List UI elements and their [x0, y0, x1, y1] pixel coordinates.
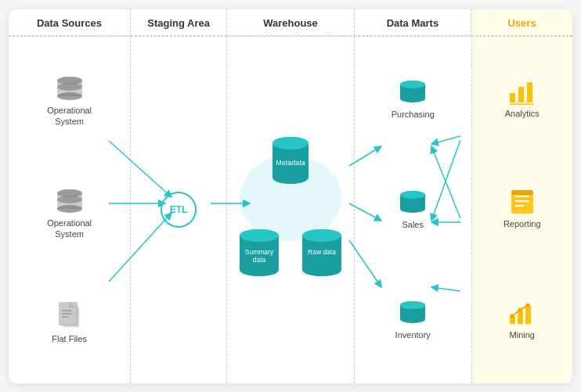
- reporting-label: Reporting: [503, 219, 541, 229]
- analytics-node: Analytics: [505, 79, 540, 119]
- svg-point-42: [302, 229, 341, 242]
- svg-point-33: [272, 171, 309, 184]
- rawdata-cylinder-wrapper: Raw data: [298, 226, 346, 282]
- svg-rect-55: [510, 93, 515, 102]
- svg-point-49: [400, 205, 425, 213]
- etl-label: ETL: [170, 204, 188, 215]
- svg-point-41: [302, 264, 341, 276]
- svg-point-16: [57, 92, 82, 100]
- data-sources-column: OperationalSystem OperationalSystem: [9, 37, 131, 383]
- col-header-users: Users: [471, 9, 572, 36]
- svg-point-18: [57, 83, 82, 91]
- col-header-data-sources: Data Sources: [9, 9, 131, 36]
- data-marts-column: Purchasing Sales: [355, 37, 472, 383]
- reporting-node: Reporting: [503, 188, 541, 229]
- sales-label: Sales: [402, 220, 424, 230]
- flat-files-label: Flat Files: [52, 334, 87, 344]
- op-system-2-label: OperationalSystem: [47, 218, 92, 239]
- sales-node: Sales: [396, 189, 429, 230]
- analytics-label: Analytics: [505, 109, 540, 119]
- op-system-1-label: OperationalSystem: [47, 106, 92, 126]
- flat-files-node: Flat Files: [52, 300, 87, 344]
- purchasing-label: Purchasing: [392, 110, 435, 120]
- summary-cylinder: Summarydata: [235, 226, 283, 282]
- headers-row: Data Sources Staging Area Warehouse Data…: [9, 9, 572, 37]
- svg-point-37: [240, 264, 279, 276]
- purchasing-db-icon: [396, 78, 429, 106]
- svg-rect-26: [59, 302, 76, 324]
- file-icon: [56, 300, 83, 331]
- svg-rect-56: [518, 87, 524, 102]
- warehouse-column: Metadata Summarydata: [227, 37, 355, 383]
- database-icon-1: [53, 74, 86, 102]
- database-icon-2: [53, 187, 86, 215]
- col-header-staging: Staging Area: [131, 9, 227, 36]
- analytics-icon: [508, 79, 536, 106]
- inventory-label: Inventory: [395, 330, 431, 340]
- col-header-data-marts: Data Marts: [355, 9, 471, 36]
- rawdata-cylinder: Raw data: [298, 226, 346, 282]
- svg-point-50: [400, 191, 425, 199]
- svg-point-46: [400, 81, 425, 88]
- svg-rect-63: [511, 190, 533, 195]
- etl-node: ETL: [161, 192, 197, 228]
- svg-point-68: [518, 308, 521, 312]
- staging-area-column: ETL: [131, 37, 227, 383]
- svg-point-54: [400, 301, 425, 309]
- summary-cylinder-wrapper: Summarydata: [235, 226, 283, 282]
- inventory-db-icon: [396, 299, 429, 327]
- diagram-container: Data Sources Staging Area Warehouse Data…: [9, 9, 572, 383]
- metadata-label: Metadata: [276, 159, 305, 167]
- svg-point-23: [57, 196, 82, 203]
- svg-rect-66: [525, 305, 531, 324]
- svg-point-21: [57, 205, 82, 213]
- svg-point-38: [240, 229, 279, 242]
- operational-system-2-node: OperationalSystem: [47, 187, 92, 239]
- operational-system-1-node: OperationalSystem: [47, 74, 92, 126]
- svg-point-69: [525, 304, 529, 307]
- purchasing-node: Purchasing: [392, 78, 435, 120]
- etl-box: ETL: [161, 192, 197, 228]
- svg-point-67: [510, 315, 514, 318]
- mining-label: Mining: [510, 330, 535, 340]
- col-header-warehouse: Warehouse: [227, 9, 354, 36]
- sales-db-icon: [396, 189, 429, 217]
- warehouse-cylinders-group: Metadata Summarydata: [232, 128, 349, 292]
- mining-node: Mining: [508, 299, 536, 340]
- metadata-cylinder: Metadata: [268, 134, 313, 190]
- summary-label: Summarydata: [238, 248, 280, 264]
- svg-point-34: [272, 137, 309, 149]
- mining-icon: [508, 299, 536, 327]
- svg-point-45: [400, 95, 425, 102]
- svg-rect-57: [527, 82, 532, 102]
- users-column: Analytics Reporting: [472, 37, 572, 383]
- inventory-node: Inventory: [395, 299, 431, 340]
- rawdata-label: Raw data: [301, 248, 343, 256]
- metadata-cylinder-wrapper: Metadata: [268, 134, 313, 190]
- svg-point-53: [400, 315, 425, 323]
- reporting-icon: [508, 188, 536, 216]
